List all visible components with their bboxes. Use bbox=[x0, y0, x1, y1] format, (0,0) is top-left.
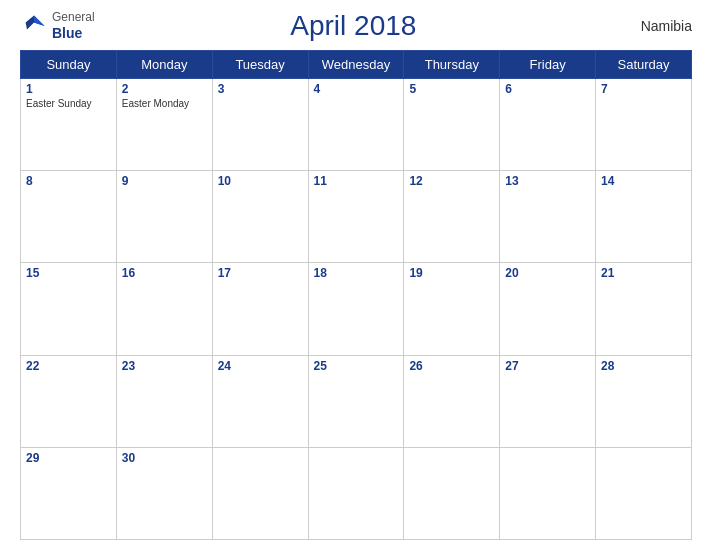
calendar-cell: 28 bbox=[596, 355, 692, 447]
calendar-cell: 1Easter Sunday bbox=[21, 79, 117, 171]
day-number: 5 bbox=[409, 82, 494, 96]
calendar-cell: 18 bbox=[308, 263, 404, 355]
day-number: 9 bbox=[122, 174, 207, 188]
calendar-week-2: 891011121314 bbox=[21, 171, 692, 263]
logo-text: General Blue bbox=[52, 10, 95, 41]
logo-icon bbox=[20, 12, 48, 40]
logo: General Blue bbox=[20, 10, 95, 41]
holiday-label: Easter Monday bbox=[122, 98, 207, 109]
day-number: 30 bbox=[122, 451, 207, 465]
day-number: 28 bbox=[601, 359, 686, 373]
calendar-cell: 19 bbox=[404, 263, 500, 355]
calendar-cell bbox=[500, 447, 596, 539]
page-header: General Blue April 2018 Namibia bbox=[20, 10, 692, 42]
day-number: 19 bbox=[409, 266, 494, 280]
calendar-cell: 27 bbox=[500, 355, 596, 447]
day-number: 10 bbox=[218, 174, 303, 188]
calendar-cell: 2Easter Monday bbox=[116, 79, 212, 171]
day-number: 2 bbox=[122, 82, 207, 96]
calendar-cell: 29 bbox=[21, 447, 117, 539]
calendar-cell: 9 bbox=[116, 171, 212, 263]
day-number: 11 bbox=[314, 174, 399, 188]
calendar-cell: 8 bbox=[21, 171, 117, 263]
day-number: 16 bbox=[122, 266, 207, 280]
col-saturday: Saturday bbox=[596, 51, 692, 79]
calendar-cell: 20 bbox=[500, 263, 596, 355]
calendar-cell: 25 bbox=[308, 355, 404, 447]
calendar-week-4: 22232425262728 bbox=[21, 355, 692, 447]
day-number: 1 bbox=[26, 82, 111, 96]
calendar-cell: 17 bbox=[212, 263, 308, 355]
calendar-cell: 14 bbox=[596, 171, 692, 263]
calendar-cell: 6 bbox=[500, 79, 596, 171]
day-number: 20 bbox=[505, 266, 590, 280]
day-number: 25 bbox=[314, 359, 399, 373]
calendar-cell: 13 bbox=[500, 171, 596, 263]
day-number: 12 bbox=[409, 174, 494, 188]
day-number: 13 bbox=[505, 174, 590, 188]
calendar-cell bbox=[308, 447, 404, 539]
day-number: 29 bbox=[26, 451, 111, 465]
day-number: 17 bbox=[218, 266, 303, 280]
day-number: 26 bbox=[409, 359, 494, 373]
country-label: Namibia bbox=[612, 18, 692, 34]
col-friday: Friday bbox=[500, 51, 596, 79]
calendar-cell: 15 bbox=[21, 263, 117, 355]
day-number: 27 bbox=[505, 359, 590, 373]
calendar-week-5: 2930 bbox=[21, 447, 692, 539]
day-number: 6 bbox=[505, 82, 590, 96]
calendar-cell: 21 bbox=[596, 263, 692, 355]
calendar-title: April 2018 bbox=[95, 10, 612, 42]
calendar-cell bbox=[404, 447, 500, 539]
day-number: 15 bbox=[26, 266, 111, 280]
calendar-cell: 5 bbox=[404, 79, 500, 171]
svg-marker-1 bbox=[34, 16, 45, 27]
calendar-week-1: 1Easter Sunday2Easter Monday34567 bbox=[21, 79, 692, 171]
day-number: 7 bbox=[601, 82, 686, 96]
day-number: 24 bbox=[218, 359, 303, 373]
calendar-cell: 23 bbox=[116, 355, 212, 447]
calendar-cell bbox=[212, 447, 308, 539]
day-number: 3 bbox=[218, 82, 303, 96]
calendar-cell: 3 bbox=[212, 79, 308, 171]
day-number: 14 bbox=[601, 174, 686, 188]
calendar-cell bbox=[596, 447, 692, 539]
calendar-table: Sunday Monday Tuesday Wednesday Thursday… bbox=[20, 50, 692, 540]
day-number: 4 bbox=[314, 82, 399, 96]
calendar-cell: 11 bbox=[308, 171, 404, 263]
calendar-cell: 7 bbox=[596, 79, 692, 171]
calendar-cell: 10 bbox=[212, 171, 308, 263]
days-header-row: Sunday Monday Tuesday Wednesday Thursday… bbox=[21, 51, 692, 79]
col-tuesday: Tuesday bbox=[212, 51, 308, 79]
calendar-cell: 30 bbox=[116, 447, 212, 539]
col-sunday: Sunday bbox=[21, 51, 117, 79]
col-thursday: Thursday bbox=[404, 51, 500, 79]
day-number: 23 bbox=[122, 359, 207, 373]
calendar-cell: 16 bbox=[116, 263, 212, 355]
calendar-cell: 12 bbox=[404, 171, 500, 263]
day-number: 8 bbox=[26, 174, 111, 188]
col-wednesday: Wednesday bbox=[308, 51, 404, 79]
calendar-cell: 24 bbox=[212, 355, 308, 447]
calendar-cell: 4 bbox=[308, 79, 404, 171]
day-number: 22 bbox=[26, 359, 111, 373]
calendar-week-3: 15161718192021 bbox=[21, 263, 692, 355]
day-number: 18 bbox=[314, 266, 399, 280]
calendar-cell: 26 bbox=[404, 355, 500, 447]
holiday-label: Easter Sunday bbox=[26, 98, 111, 109]
day-number: 21 bbox=[601, 266, 686, 280]
col-monday: Monday bbox=[116, 51, 212, 79]
calendar-cell: 22 bbox=[21, 355, 117, 447]
